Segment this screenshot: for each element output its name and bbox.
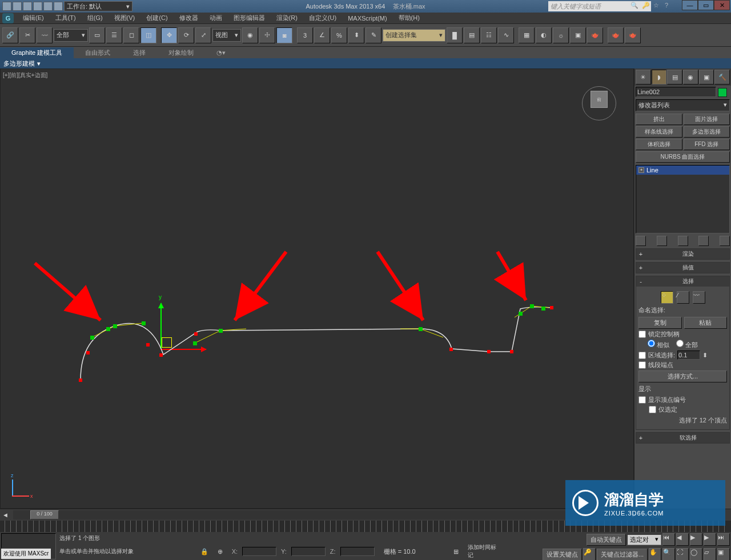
stack-item-line[interactable]: + Line xyxy=(636,166,729,175)
btn-spline-select[interactable]: 样条线选择 xyxy=(636,126,682,138)
prev-key-icon[interactable]: ◄ xyxy=(0,511,11,518)
lock-handles-checkbox[interactable] xyxy=(638,331,646,338)
percent-snap-icon[interactable]: % xyxy=(331,27,347,43)
menu-graph[interactable]: 图形编辑器 xyxy=(228,13,271,23)
rollout-soft-header[interactable]: +软选择 xyxy=(636,433,729,443)
configure-icon[interactable] xyxy=(720,236,730,246)
unique-icon[interactable] xyxy=(678,236,688,246)
btn-extrude[interactable]: 挤出 xyxy=(636,114,682,125)
orbit-icon[interactable]: ◯ xyxy=(690,548,702,560)
selected-only-checkbox[interactable] xyxy=(649,406,656,413)
area-select-value[interactable] xyxy=(677,350,700,360)
time-slider[interactable]: 0 / 100 xyxy=(13,510,626,519)
angle-snap-icon[interactable]: ∠ xyxy=(314,27,330,43)
binoculars-icon[interactable]: 🔍 xyxy=(630,2,640,11)
pivot-icon[interactable]: ◉ xyxy=(242,27,258,43)
schematic-icon[interactable]: ▦ xyxy=(519,27,535,43)
menu-animation[interactable]: 动画 xyxy=(204,13,228,23)
modifier-stack[interactable]: + Line xyxy=(636,165,730,233)
radio-all[interactable]: 全部 xyxy=(676,340,698,349)
time-tag-icon[interactable]: ⊞ xyxy=(453,548,459,555)
render-frame-icon[interactable]: ▣ xyxy=(570,27,586,43)
select-region-icon[interactable]: ◻ xyxy=(123,27,139,43)
close-button[interactable]: ✕ xyxy=(714,0,730,10)
layers-icon[interactable]: ☷ xyxy=(481,27,497,43)
pin-stack-icon[interactable] xyxy=(636,236,646,246)
open-icon[interactable] xyxy=(13,2,22,11)
expand-icon[interactable]: + xyxy=(638,167,644,173)
coord-x-field[interactable] xyxy=(242,547,276,556)
key-filters-button[interactable]: 关键点过滤器... xyxy=(597,549,648,561)
menu-customize[interactable]: 自定义(U) xyxy=(303,13,342,23)
bind-icon[interactable]: 〰 xyxy=(37,27,53,43)
tab-motion-icon[interactable]: ◉ xyxy=(683,70,698,84)
selection-filter-dropdown[interactable]: 全部▾ xyxy=(54,29,88,42)
link-icon[interactable] xyxy=(54,2,63,11)
menu-help[interactable]: 帮助(H) xyxy=(393,13,425,23)
paste-button[interactable]: 粘贴 xyxy=(684,317,728,329)
unlink-icon[interactable]: ✂ xyxy=(19,27,35,43)
workspace-dropdown[interactable]: 工作台: 默认▾ xyxy=(64,1,132,11)
ribbon-panel-label[interactable]: 多边形建模 xyxy=(3,59,35,68)
copy-button[interactable]: 复制 xyxy=(638,317,682,329)
tab-create-icon[interactable]: ☀ xyxy=(636,70,651,84)
select-by-button[interactable]: 选择方式... xyxy=(638,370,727,382)
new-icon[interactable] xyxy=(2,2,11,11)
play-icon[interactable]: ▶ xyxy=(690,533,702,546)
goto-start-icon[interactable]: ⏮ xyxy=(662,533,675,546)
menu-maxscript[interactable]: MAXScript(M) xyxy=(342,14,392,23)
edit-named-icon[interactable]: ✎ xyxy=(366,27,381,43)
selected-dropdown[interactable]: 选定对▾ xyxy=(627,534,661,545)
tab-display-icon[interactable]: ▣ xyxy=(699,70,714,84)
rollout-select-header[interactable]: -选择 xyxy=(636,276,729,287)
radio-similar[interactable]: 相似 xyxy=(648,340,669,349)
align-icon[interactable]: ▤ xyxy=(464,27,480,43)
btn-volume-select[interactable]: 体积选择 xyxy=(636,139,682,150)
segment-end-checkbox[interactable] xyxy=(638,361,646,369)
spinner-icon[interactable]: ⬍ xyxy=(702,352,708,359)
teapot2-icon[interactable]: 🫖 xyxy=(625,27,641,43)
minimize-button[interactable]: — xyxy=(682,0,698,10)
view-cube[interactable]: 前 xyxy=(582,86,616,120)
select-object-icon[interactable]: ▭ xyxy=(89,27,105,43)
save-icon[interactable] xyxy=(23,2,32,11)
select-name-icon[interactable]: ☰ xyxy=(106,27,122,43)
mirror-icon[interactable]: ▐▌ xyxy=(447,27,463,43)
viewport-label[interactable]: [+][前][真实+边面] xyxy=(3,71,47,79)
scale-icon[interactable]: ⤢ xyxy=(195,27,211,43)
redo-icon[interactable] xyxy=(43,2,53,11)
snap-3d-icon[interactable]: 3 xyxy=(297,27,313,43)
btn-ffd-select[interactable]: FFD 选择 xyxy=(684,139,730,150)
add-time-tag[interactable]: 添加时间标记 xyxy=(468,543,498,559)
menu-edit[interactable]: 编辑(E) xyxy=(17,13,50,23)
zoom-extents-icon[interactable]: ⛶ xyxy=(676,548,689,560)
coord-y-field[interactable] xyxy=(291,547,326,556)
time-slider-thumb[interactable]: 0 / 100 xyxy=(30,510,59,519)
maximize-vp-icon[interactable]: ▣ xyxy=(717,548,730,560)
rollout-render-header[interactable]: +渲染 xyxy=(636,249,729,259)
ribbon-tab-graphite[interactable]: Graphite 建模工具 xyxy=(0,47,74,58)
show-vertex-num-checkbox[interactable] xyxy=(638,396,646,404)
star-icon[interactable]: ☆ xyxy=(653,2,662,11)
move-icon[interactable]: ✥ xyxy=(161,27,177,43)
window-crossing-icon[interactable]: ◫ xyxy=(140,27,156,43)
subobj-segment-icon[interactable]: ∕ xyxy=(677,291,689,304)
coord-z-field[interactable] xyxy=(340,547,375,556)
ref-coord-dropdown[interactable]: 视图▾ xyxy=(212,29,241,42)
curve-editor-icon[interactable]: ∿ xyxy=(498,27,514,43)
material-editor-icon[interactable]: ◐ xyxy=(536,27,552,43)
named-selection-dropdown[interactable]: 创建选择集▾ xyxy=(383,29,445,42)
next-frame-icon[interactable]: ▶ xyxy=(704,533,716,546)
btn-poly-select[interactable]: 多边形选择 xyxy=(684,126,730,138)
fov-icon[interactable]: ▱ xyxy=(704,548,716,560)
spinner-snap-icon[interactable]: ⬍ xyxy=(348,27,364,43)
manipulate-icon[interactable]: ☩ xyxy=(259,27,275,43)
remove-mod-icon[interactable] xyxy=(698,236,709,246)
object-name-field[interactable] xyxy=(636,87,716,97)
menu-group[interactable]: 组(G) xyxy=(82,13,109,23)
rollout-interp-header[interactable]: +插值 xyxy=(636,263,729,273)
menu-modifiers[interactable]: 修改器 xyxy=(174,13,204,23)
modifier-list-dropdown[interactable]: 修改器列表▾ xyxy=(636,99,730,111)
teapot-icon[interactable]: 🫖 xyxy=(608,27,624,43)
isolate-icon[interactable]: ⊕ xyxy=(218,548,223,555)
